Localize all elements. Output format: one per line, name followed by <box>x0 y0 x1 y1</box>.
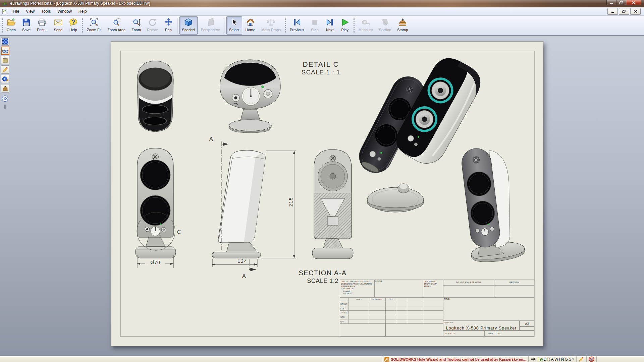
sidebar-tape-button[interactable] <box>1 75 9 83</box>
menu-view[interactable]: View <box>22 8 38 15</box>
select-button[interactable]: Select <box>226 16 242 35</box>
measure-icon <box>361 18 370 27</box>
print-icon <box>38 18 47 27</box>
marquee-arrow-icon <box>531 357 536 361</box>
next-icon <box>325 18 334 27</box>
resize-grip <box>596 356 644 362</box>
sidebar-layers-button[interactable] <box>1 56 9 64</box>
view-front <box>136 148 176 258</box>
view-detail-c <box>220 60 280 133</box>
previous-icon <box>292 18 302 27</box>
sidebar-stamp-small-button[interactable] <box>1 84 9 93</box>
print-button[interactable]: Print... <box>34 16 50 35</box>
toolbar-button-label: Next <box>326 28 334 32</box>
play-button[interactable]: Play <box>338 16 352 35</box>
pan-button[interactable]: Pan <box>161 16 176 35</box>
toolbar-button-label: Mass Props <box>261 28 281 32</box>
zoomarea-icon <box>112 18 121 27</box>
menu-file[interactable]: File <box>9 8 22 15</box>
app-window: e eDrawings Professional - [Logitech X-5… <box>0 0 644 362</box>
save-icon <box>22 18 31 27</box>
titleblock-title-cell: TITLE: <box>443 297 534 321</box>
toolbar-button-label: Shaded <box>182 28 195 32</box>
section-button: Section <box>376 16 394 35</box>
dimension-height: 215 <box>288 194 293 210</box>
sidebar-drag-handle[interactable] <box>4 105 6 109</box>
section-marker-a-bottom: A <box>242 273 246 279</box>
toolbar-button-label: Stamp <box>397 28 408 32</box>
status-alert-link[interactable]: SOLIDWORKS Hole Wizard and Toolbox canno… <box>391 357 526 361</box>
menu-items: FileViewToolsWindowHelp <box>9 8 90 15</box>
home-button[interactable]: Home <box>243 16 258 35</box>
dimension-width: 124 <box>234 258 251 264</box>
drawing-number: Logitech X-530 Primary Speaker <box>443 325 519 330</box>
titleblock-scale-cell: SCALE: 1:5 <box>443 330 485 337</box>
pan-icon <box>164 18 173 27</box>
view-assembled <box>459 144 526 264</box>
rss-icon <box>384 357 389 362</box>
sidebar-preview-button[interactable] <box>1 37 9 46</box>
edrawings-logo: e DRAWINGS ® <box>528 356 576 362</box>
maximize-button[interactable] <box>616 0 626 5</box>
sidebar-expand-chevron-icon[interactable] <box>2 95 8 102</box>
massprops-button: Mass Props <box>259 16 283 35</box>
toolbar-button-label: Rotate <box>147 28 158 32</box>
menu-tools[interactable]: Tools <box>38 8 54 15</box>
stamp-icon <box>398 18 407 27</box>
menu-help[interactable]: Help <box>75 8 90 15</box>
sidebar-glasses-button[interactable] <box>1 47 9 55</box>
toolbar-separator <box>353 17 356 34</box>
zoomfit-button[interactable]: Zoom Fit <box>84 16 104 35</box>
minimize-button[interactable] <box>606 0 616 5</box>
side-toolbar <box>0 36 10 123</box>
stop-button: Stop <box>308 16 322 35</box>
titleblock-dwg-cell: DWG NO. Logitech X-530 Primary Speaker <box>443 321 520 330</box>
stop-icon <box>310 18 319 27</box>
toolbar-button-label: Home <box>246 28 255 32</box>
section-marker-a-top: A <box>209 136 213 142</box>
send-button[interactable]: Send <box>51 16 65 35</box>
toolbar-button-label: Save <box>22 28 31 32</box>
mdi-close-button[interactable] <box>630 8 641 15</box>
play-icon <box>340 18 350 27</box>
logo-e: e <box>539 356 543 362</box>
detail-view-scale: SCALE 1 : 1 <box>291 69 350 76</box>
save-button[interactable]: Save <box>19 16 34 35</box>
news-alert-cell: SOLIDWORKS Hole Wizard and Toolbox canno… <box>382 356 528 362</box>
section-view-title: SECTION A-A <box>294 269 352 277</box>
toolbar-separator <box>284 17 287 34</box>
titleblock-revision-cell: REVISION <box>494 280 534 285</box>
toolbar-button-label: Help <box>69 28 77 32</box>
toolbar-button-label: Section <box>379 28 391 32</box>
open-button[interactable]: Open <box>4 16 18 35</box>
shaded-icon <box>184 18 193 27</box>
mdi-minimize-button[interactable] <box>607 8 618 15</box>
toolbar-button-label: Select <box>229 28 239 32</box>
toolbar-button-label: Print... <box>37 28 48 32</box>
zoom-button[interactable]: Zoom <box>129 16 144 35</box>
previous-button[interactable]: Previous <box>287 16 307 35</box>
rotate-button: Rotate <box>144 16 160 35</box>
doc-icon-letter: e <box>3 9 5 13</box>
menu-bar: e FileViewToolsWindowHelp <box>0 7 644 16</box>
window-title: eDrawings Professional - [Logitech X-530… <box>10 1 150 6</box>
title-block: UNLESS OTHERWISE SPECIFIED: DIMENSIONS A… <box>340 280 534 337</box>
toolbar-button-label: Zoom <box>131 28 141 32</box>
drawing-sheet[interactable]: DETAIL C SCALE 1 : 1 SECTION A-A SCALE 1… <box>111 41 543 346</box>
titleblock-finish-cell: FINISH: <box>374 280 423 297</box>
titleblock-deburr-cell: DEBURR AND BREAK SHARP EDGES <box>423 280 443 297</box>
stamp-button[interactable]: Stamp <box>394 16 411 35</box>
toolbar-button-label: Zoom Fit <box>87 28 101 32</box>
close-button[interactable] <box>626 0 641 5</box>
toolbar-separator <box>176 17 179 34</box>
next-button[interactable]: Next <box>323 16 337 35</box>
markup-pencil-icon[interactable] <box>576 356 586 362</box>
menu-window[interactable]: Window <box>54 8 75 15</box>
shaded-button[interactable]: Shaded <box>179 16 198 35</box>
zoomarea-button[interactable]: Zoom Area <box>105 16 128 35</box>
help-button[interactable]: Help <box>66 16 80 35</box>
toolbar-button-label: Open <box>7 28 16 32</box>
mdi-restore-button[interactable] <box>619 8 629 15</box>
sidebar-markup-button[interactable] <box>1 65 9 74</box>
titleblock-spec-cell: UNLESS OTHERWISE SPECIFIED: DIMENSIONS A… <box>340 280 374 297</box>
